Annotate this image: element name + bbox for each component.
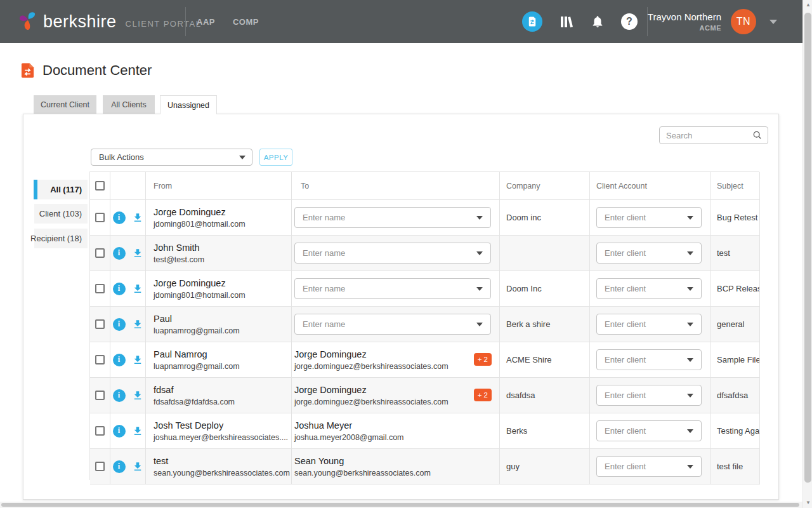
user-menu-caret-icon[interactable] — [769, 20, 777, 24]
apply-button[interactable]: APPLY — [259, 149, 292, 166]
download-icon[interactable] — [132, 212, 143, 224]
library-icon[interactable] — [559, 14, 574, 29]
avatar[interactable]: TN — [731, 9, 756, 34]
brand-logo[interactable]: berkshire CLIENT PORTAL — [19, 0, 201, 43]
chevron-down-icon — [476, 251, 483, 255]
chevron-down-icon — [687, 323, 693, 326]
download-icon[interactable] — [132, 354, 143, 366]
to-name: Jorge Dominguez — [294, 349, 449, 359]
to-email: sean.young@berkshireassociates.com — [294, 469, 431, 478]
to-dropdown[interactable]: Enter name — [294, 207, 491, 228]
table-row: i test sean.young@berkshireassociates.co… — [90, 449, 760, 485]
row-checkbox[interactable] — [95, 391, 105, 400]
filter-recipient[interactable]: Recipient (18) — [34, 229, 88, 248]
header-divider — [185, 7, 186, 36]
tab-unassigned[interactable]: Unassigned — [160, 95, 217, 114]
download-icon[interactable] — [132, 283, 143, 295]
info-icon[interactable]: i — [113, 247, 126, 260]
bulk-actions-select[interactable]: Bulk Actions — [91, 149, 252, 166]
client-dropdown-placeholder: Enter client — [605, 248, 646, 258]
document-center-title-icon — [20, 62, 35, 79]
page-scroll-down-icon[interactable]: ▼ — [806, 500, 811, 505]
tab-all-clients[interactable]: All Clients — [103, 95, 155, 114]
more-recipients-badge[interactable]: + 2 — [474, 389, 492, 401]
client-account-dropdown[interactable]: Enter client — [596, 243, 702, 264]
chevron-down-icon — [239, 156, 246, 159]
row-checkbox[interactable] — [95, 462, 105, 471]
download-icon[interactable] — [132, 390, 143, 401]
row-checkbox[interactable] — [95, 213, 105, 222]
download-icon[interactable] — [132, 248, 143, 259]
row-checkbox[interactable] — [95, 248, 105, 258]
to-name: Sean Young — [294, 456, 431, 466]
client-account-dropdown[interactable]: Enter client — [596, 420, 702, 441]
download-icon[interactable] — [132, 461, 143, 472]
page-vertical-scrollbar[interactable]: ▲ ▼ — [802, 0, 812, 508]
subject-cell: test — [710, 236, 760, 271]
brand-name: berkshire — [43, 12, 117, 32]
client-account-dropdown[interactable]: Enter client — [596, 314, 702, 335]
document-center-icon[interactable] — [522, 11, 542, 32]
page-hscroll-thumb[interactable] — [1, 503, 799, 507]
subject-cell: dfsafdsa — [710, 378, 760, 413]
client-account-dropdown[interactable]: Enter client — [596, 456, 702, 477]
chevron-down-icon — [687, 358, 693, 362]
client-account-dropdown[interactable]: Enter client — [596, 278, 702, 299]
to-dropdown-placeholder: Enter name — [303, 319, 345, 329]
info-icon[interactable]: i — [113, 283, 126, 295]
tab-current-client[interactable]: Current Client — [34, 95, 96, 114]
client-account-dropdown[interactable]: Enter client — [596, 385, 702, 406]
table-row: i Paul luapnamrog@gmail.com Enter name B… — [90, 307, 760, 342]
info-icon[interactable]: i — [113, 460, 126, 473]
filter-all[interactable]: All (117) — [34, 180, 88, 199]
company-cell: ACME Shire — [500, 342, 590, 377]
company-cell: Doom Inc — [500, 271, 590, 306]
page-vscroll-thumb[interactable] — [804, 13, 811, 483]
notifications-bell-icon[interactable] — [591, 15, 605, 29]
filter-client[interactable]: Client (103) — [34, 204, 88, 224]
from-email: jdoming801@hotmail.com — [154, 291, 246, 300]
page-horizontal-scrollbar[interactable] — [0, 502, 802, 508]
portal-label: CLIENT PORTAL — [126, 19, 202, 29]
from-name: John Smith — [154, 243, 204, 253]
chevron-down-icon — [476, 323, 483, 326]
download-icon[interactable] — [132, 425, 143, 437]
nav-item-comp[interactable]: COMP — [233, 17, 259, 27]
info-icon[interactable]: i — [113, 318, 126, 331]
download-icon[interactable] — [132, 319, 143, 330]
row-checkbox[interactable] — [95, 426, 105, 436]
table-row: i Jorge Dominguez jdoming801@hotmail.com… — [90, 200, 760, 236]
client-account-dropdown[interactable]: Enter client — [596, 349, 702, 370]
company-cell: Berks — [500, 413, 590, 448]
to-dropdown[interactable]: Enter name — [294, 243, 491, 264]
to-name: Jorge Dominguez — [294, 385, 449, 395]
client-account-dropdown[interactable]: Enter client — [596, 207, 702, 228]
search-icon[interactable] — [752, 130, 763, 140]
user-info: Trayvon Northern ACME — [648, 0, 721, 43]
help-icon[interactable]: ? — [621, 13, 638, 30]
from-email: fdsafdsa@fdafdsa.com — [154, 398, 235, 406]
nav-item-aap[interactable]: AAP — [197, 17, 215, 27]
more-recipients-badge[interactable]: + 2 — [474, 353, 492, 366]
table-header-row: From To Company Client Account Subject — [90, 172, 760, 200]
table-row: i Josh Test Deploy joshua.meyer@berkshir… — [90, 413, 760, 449]
to-dropdown[interactable]: Enter name — [294, 314, 491, 335]
page-scroll-up-icon[interactable]: ▲ — [806, 3, 811, 8]
table-body: i Jorge Dominguez jdoming801@hotmail.com… — [90, 200, 759, 485]
chevron-down-icon — [476, 216, 483, 220]
to-dropdown[interactable]: Enter name — [294, 278, 491, 299]
screen: berkshire CLIENT PORTAL AAP COMP ? Trayv… — [0, 0, 812, 508]
info-icon[interactable]: i — [113, 425, 126, 438]
row-checkbox[interactable] — [95, 319, 105, 329]
search-input[interactable] — [666, 131, 752, 140]
row-checkbox[interactable] — [95, 284, 105, 293]
to-email: jorge.dominguez@berkshireassociates.com — [294, 362, 449, 371]
info-icon[interactable]: i — [113, 354, 126, 366]
info-icon[interactable]: i — [113, 211, 126, 224]
info-icon[interactable]: i — [113, 389, 126, 402]
select-all-checkbox[interactable] — [95, 181, 105, 190]
column-header-from: From — [146, 172, 292, 199]
from-email: luapnamrog@gmail.com — [154, 362, 240, 371]
row-checkbox[interactable] — [95, 355, 105, 364]
to-email: jorge.dominguez@berkshireassociates.com — [294, 398, 449, 406]
